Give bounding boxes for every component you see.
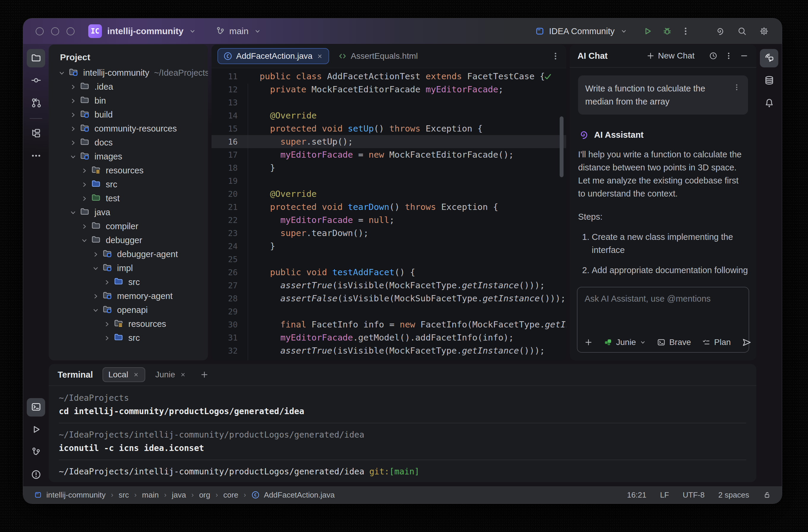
- chevron-down-icon[interactable]: [90, 306, 101, 314]
- breadcrumb-item[interactable]: AddFacetAction.java: [264, 491, 334, 500]
- tree-item-community-resources[interactable]: community-resources: [49, 122, 208, 136]
- code-line-22[interactable]: 22 myEditorFacade = null;: [212, 213, 566, 227]
- chevron-right-icon[interactable]: [68, 83, 78, 91]
- code-line-19[interactable]: 19: [212, 174, 566, 187]
- tree-item-build[interactable]: build: [49, 108, 208, 122]
- chevron-right-icon[interactable]: [79, 167, 90, 174]
- code-line-18[interactable]: 18 }: [212, 161, 566, 174]
- code-line-28[interactable]: 28 assertFalse(isVisible(MockSubFacetTyp…: [212, 292, 566, 305]
- breadcrumb-item[interactable]: src: [118, 491, 129, 500]
- chevron-right-icon[interactable]: [79, 195, 90, 203]
- lock-open-icon[interactable]: [763, 491, 771, 499]
- tree-item-debugger[interactable]: debugger: [49, 233, 208, 247]
- terminal-tab-Local[interactable]: Local: [103, 367, 145, 382]
- code-line-20[interactable]: 20 @Override: [212, 187, 566, 201]
- code-line-11[interactable]: 11 public class AddFacetActionTest exten…: [212, 70, 566, 83]
- close-tab-icon[interactable]: [180, 372, 186, 378]
- tree-item-images[interactable]: images: [49, 150, 208, 164]
- chevron-right-icon[interactable]: [68, 97, 78, 105]
- tree-item-src[interactable]: src: [49, 177, 208, 191]
- indent-style[interactable]: 2 spaces: [718, 491, 749, 500]
- chevron-right-icon[interactable]: [90, 292, 101, 300]
- chevron-right-icon[interactable]: [68, 139, 78, 147]
- tree-item-debugger-agent[interactable]: debugger-agent: [49, 247, 208, 261]
- chevron-right-icon[interactable]: [102, 334, 112, 342]
- run-configuration-selector[interactable]: IDEA Community: [534, 26, 629, 37]
- line-ending[interactable]: LF: [660, 491, 669, 500]
- code-line-32[interactable]: 32 assertTrue(isVisible(MockFacetType.ge…: [212, 344, 566, 357]
- chevron-right-icon[interactable]: [102, 279, 112, 286]
- tree-item-intellij-community[interactable]: intellij-community ~/IdeaProjects: [49, 66, 208, 80]
- terminal-output[interactable]: ~/IdeaProjectscd intellij-community/prod…: [49, 386, 756, 482]
- tree-item-src[interactable]: src: [49, 331, 208, 345]
- code-line-15[interactable]: 15 protected void setUp() throws Excepti…: [212, 122, 566, 135]
- code-line-29[interactable]: 29: [212, 305, 566, 318]
- terminal-tab-Junie[interactable]: Junie: [149, 367, 192, 382]
- code-line-26[interactable]: 26 public void testAddFacet() {: [212, 266, 566, 279]
- chat-input[interactable]: Ask AI Assistant, use @mentions Junie Br…: [577, 287, 749, 353]
- tree-item-impl[interactable]: impl: [49, 261, 208, 275]
- tree-item-memory-agent[interactable]: memory-agent: [49, 289, 208, 303]
- more-actions-button[interactable]: [680, 26, 691, 37]
- chevron-down-icon[interactable]: [79, 236, 90, 244]
- chevron-right-icon[interactable]: [79, 223, 90, 230]
- chevron-down-icon[interactable]: [90, 265, 101, 272]
- chevron-down-icon[interactable]: [68, 209, 78, 216]
- chevron-right-icon[interactable]: [102, 320, 112, 328]
- inspections-ok-icon[interactable]: [543, 72, 553, 81]
- code-line-21[interactable]: 21 protected void tearDown() throws Exce…: [212, 201, 566, 213]
- chevron-down-icon[interactable]: [56, 69, 67, 77]
- caret-position[interactable]: 16:21: [627, 491, 646, 500]
- code-line-30[interactable]: 30 final FacetInfo info = new FacetInfo(…: [212, 318, 566, 331]
- hide-panel-button[interactable]: [740, 51, 749, 60]
- plan-mode-toggle[interactable]: Plan: [702, 338, 731, 347]
- tree-item-src[interactable]: src: [49, 275, 208, 289]
- brave-mode-toggle[interactable]: Brave: [657, 338, 691, 347]
- tree-item-openapi[interactable]: openapi: [49, 303, 208, 317]
- settings-button[interactable]: [759, 26, 769, 37]
- minimize-window-button[interactable]: [51, 27, 59, 35]
- tree-item-resources[interactable]: resources: [49, 317, 208, 331]
- code-line-27[interactable]: 27 assertTrue(isVisible(MockFacetType.ge…: [212, 279, 566, 292]
- breadcrumb-item[interactable]: main: [142, 491, 159, 500]
- tree-item-test[interactable]: test: [49, 191, 208, 206]
- tree-item-java[interactable]: java: [49, 206, 208, 220]
- code-editor[interactable]: 11 public class AddFacetActionTest exten…: [212, 68, 566, 360]
- terminal-tool-button[interactable]: [27, 398, 45, 417]
- code-line-13[interactable]: 13: [212, 96, 566, 109]
- chevron-down-icon[interactable]: [68, 153, 78, 160]
- breadcrumb-item[interactable]: org: [199, 491, 210, 500]
- database-tool-button[interactable]: [760, 72, 778, 90]
- tree-item-bin[interactable]: bin: [49, 94, 208, 108]
- code-line-23[interactable]: 23 super.tearDown();: [212, 227, 566, 240]
- structure-tool-button[interactable]: [27, 125, 45, 143]
- project-selector[interactable]: intellij-community: [107, 26, 198, 37]
- problems-tool-button[interactable]: [27, 466, 45, 484]
- code-line-12[interactable]: 12 private MockFacetEditorFacade myEdito…: [212, 83, 566, 96]
- pull-requests-tool-button[interactable]: [27, 94, 45, 113]
- code-line-31[interactable]: 31 myEditorFacade.getModel().addFacetInf…: [212, 331, 566, 344]
- code-line-14[interactable]: 14 @Override: [212, 109, 566, 122]
- close-window-button[interactable]: [36, 27, 44, 35]
- chevron-right-icon[interactable]: [68, 111, 78, 119]
- branch-selector[interactable]: main: [215, 26, 263, 37]
- chat-options-button[interactable]: [724, 51, 733, 60]
- tree-item-docs[interactable]: docs: [49, 136, 208, 150]
- debug-button[interactable]: [662, 26, 673, 37]
- more-tools-button[interactable]: [27, 147, 45, 165]
- git-tool-button[interactable]: [27, 443, 45, 462]
- new-chat-button[interactable]: New Chat: [646, 51, 695, 60]
- breadcrumb-item[interactable]: core: [223, 491, 239, 500]
- attach-button[interactable]: [584, 338, 593, 347]
- tab-list-options-button[interactable]: [551, 51, 560, 61]
- file-encoding[interactable]: UTF-8: [683, 491, 705, 500]
- ai-chat-tool-button[interactable]: [760, 49, 778, 68]
- run-button[interactable]: [642, 26, 653, 37]
- breadcrumb-item[interactable]: java: [172, 491, 186, 500]
- editor-tab-AssertEquals.html[interactable]: AssertEquals.html: [332, 48, 424, 64]
- close-tab-icon[interactable]: [316, 53, 323, 60]
- tree-item-compiler[interactable]: compiler: [49, 220, 208, 233]
- editor-tab-AddFacetAction.java[interactable]: C AddFacetAction.java: [217, 48, 329, 64]
- tree-item-.idea[interactable]: .idea: [49, 80, 208, 94]
- run-tool-button[interactable]: [27, 421, 45, 439]
